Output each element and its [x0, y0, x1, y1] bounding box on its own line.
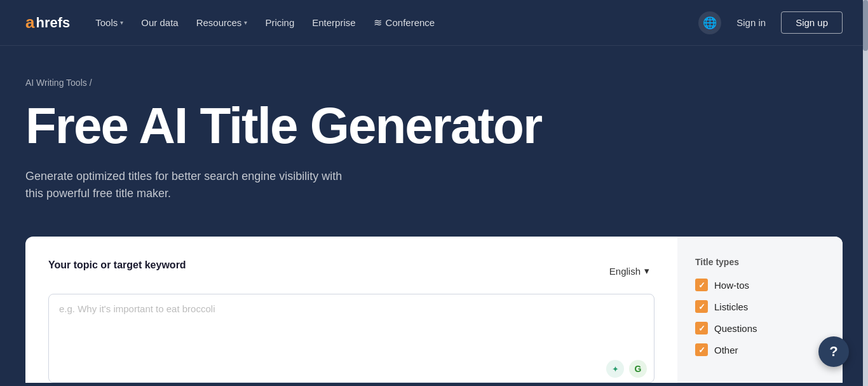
sign-in-link[interactable]: Sign in — [729, 12, 773, 33]
title-types-sidebar: Title types How-tos Listicles Questions … — [677, 237, 843, 383]
checkbox-icon — [695, 322, 708, 334]
language-selector[interactable]: English ▾ — [604, 263, 654, 279]
nav-conference[interactable]: ≋ Conference — [366, 11, 443, 34]
help-button[interactable]: ? — [818, 336, 849, 367]
checkbox-questions[interactable]: Questions — [695, 322, 825, 334]
checkbox-listicles[interactable]: Listicles — [695, 300, 825, 313]
nav-enterprise[interactable]: Enterprise — [304, 12, 363, 33]
chevron-down-icon: ▾ — [644, 265, 649, 277]
scrollbar-thumb[interactable] — [863, 0, 868, 51]
tool-main: Your topic or target keyword English ▾ ✦… — [25, 237, 677, 383]
checkbox-icon — [695, 279, 708, 291]
hero-description: Generate optimized titles for better sea… — [25, 168, 356, 202]
keyword-textarea[interactable] — [48, 294, 654, 383]
nav-right: 🌐 Sign in Sign up — [698, 11, 843, 34]
scrollbar-track — [863, 0, 868, 383]
chevron-down-icon: ▾ — [244, 19, 247, 26]
language-value: English — [609, 266, 641, 277]
nav-links: Tools ▾ Our data Resources ▾ Pricing Ent… — [88, 11, 442, 34]
navbar: ahrefs Tools ▾ Our data Resources ▾ Pric… — [0, 0, 868, 46]
tool-card: Your topic or target keyword English ▾ ✦… — [25, 237, 843, 383]
checkbox-label: How-tos — [714, 280, 749, 291]
checkbox-other[interactable]: Other — [695, 343, 825, 356]
nav-resources[interactable]: Resources ▾ — [189, 12, 255, 33]
logo[interactable]: ahrefs — [25, 13, 70, 32]
breadcrumb-link[interactable]: AI Writing Tools — [25, 78, 87, 88]
sign-up-button[interactable]: Sign up — [781, 11, 843, 34]
nav-tools[interactable]: Tools ▾ — [88, 12, 131, 33]
logo-a: a — [25, 13, 34, 32]
breadcrumb-separator: / — [90, 78, 92, 88]
checkbox-how-tos[interactable]: How-tos — [695, 279, 825, 291]
checkbox-label: Other — [714, 345, 738, 355]
hero-section: AI Writing Tools / Free AI Title Generat… — [0, 46, 868, 211]
checkbox-label: Questions — [714, 323, 757, 334]
nav-left: ahrefs Tools ▾ Our data Resources ▾ Pric… — [25, 11, 442, 34]
input-label: Your topic or target keyword — [48, 259, 186, 271]
checkbox-icon — [695, 300, 708, 313]
textarea-icons: ✦ G — [606, 360, 647, 378]
nav-our-data[interactable]: Our data — [133, 12, 186, 33]
conference-icon: ≋ — [374, 17, 382, 29]
page-title: Free AI Title Generator — [25, 99, 843, 153]
checkbox-icon — [695, 343, 708, 356]
breadcrumb: AI Writing Tools / — [25, 78, 843, 88]
keyword-input-wrapper: ✦ G — [48, 294, 654, 383]
spell-check-icon[interactable]: ✦ — [606, 360, 624, 378]
sidebar-title: Title types — [695, 257, 825, 267]
nav-pricing[interactable]: Pricing — [257, 12, 302, 33]
language-globe-button[interactable]: 🌐 — [698, 11, 721, 34]
grammar-icon[interactable]: G — [629, 360, 647, 378]
logo-rest: hrefs — [36, 15, 70, 31]
chevron-down-icon: ▾ — [120, 19, 123, 26]
checkbox-label: Listicles — [714, 301, 748, 312]
